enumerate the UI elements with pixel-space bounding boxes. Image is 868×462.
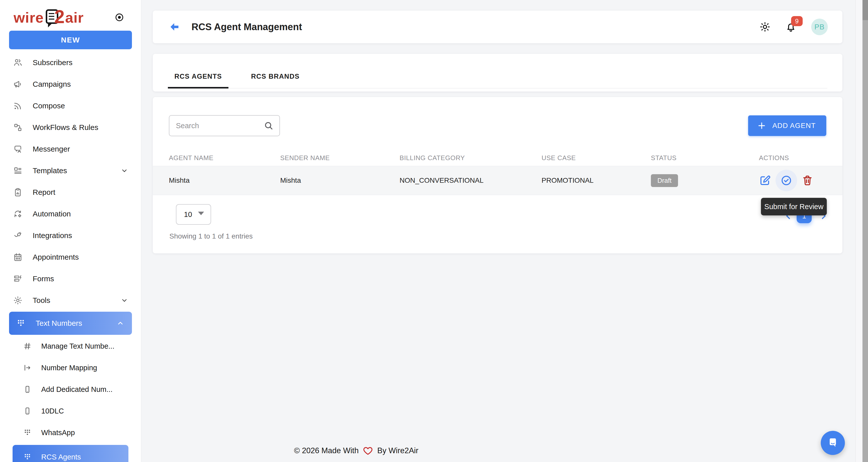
sidebar-item-label: Automation: [33, 210, 71, 218]
sidebar-item-forms[interactable]: Forms: [0, 268, 141, 289]
sidebar-subitem-label: 10DLC: [41, 407, 64, 415]
search-box: [169, 115, 280, 136]
clipboard-chart-icon: [13, 187, 23, 197]
footer-brand: By Wire2Air: [377, 446, 418, 455]
chat-person-icon: [13, 144, 23, 154]
sidebar-subitem-number-mapping[interactable]: Number Mapping: [0, 357, 141, 378]
cell-sender-name: Mishta: [280, 177, 400, 185]
add-agent-button[interactable]: ADD AGENT: [748, 115, 826, 136]
forms-icon: [13, 274, 23, 283]
people-icon: [13, 58, 23, 67]
logo-text-two: 2: [54, 6, 65, 27]
search-icon[interactable]: [264, 120, 274, 131]
chevron-down-icon: [120, 296, 128, 304]
add-agent-label: ADD AGENT: [772, 122, 816, 130]
chat-widget-button[interactable]: [821, 431, 845, 455]
notifications-bell-icon[interactable]: 9: [785, 21, 797, 33]
sidebar-item-messenger[interactable]: Messenger: [0, 138, 141, 160]
edit-agent-icon[interactable]: [759, 175, 771, 186]
plus-icon: [757, 121, 766, 130]
scrollbar-track[interactable]: [863, 0, 868, 462]
sidebar-item-label: WorkFlows & Rules: [33, 123, 98, 132]
theme-toggle-sun-icon[interactable]: [760, 21, 771, 32]
dialpad-icon: [23, 453, 32, 461]
chat-bubble-icon: [826, 436, 840, 450]
hash-icon: [23, 342, 32, 350]
logo-text-wire: wire: [13, 9, 44, 26]
page-header: RCS Agent Management 9 PB: [153, 10, 842, 43]
sidebar-item-label: Tools: [33, 296, 50, 305]
sidebar-subitem-manage-text-numbers[interactable]: Manage Text Numbe...: [0, 335, 141, 357]
sidebar-subitem-whatsapp[interactable]: WhatsApp: [0, 422, 141, 443]
sidebar-item-label: Templates: [33, 166, 67, 175]
scrollbar-thumb[interactable]: [863, 0, 868, 20]
sidebar-item-report[interactable]: Report: [0, 182, 141, 203]
phone-icon: [23, 407, 32, 415]
megaphone-icon: [13, 80, 23, 89]
sidebar-item-text-numbers[interactable]: Text Numbers: [9, 312, 132, 335]
column-header-use-case: USE CASE: [541, 154, 651, 162]
sidebar-subitem-10dlc[interactable]: 10DLC: [0, 400, 141, 422]
page-size-value: 10: [184, 210, 192, 219]
submit-for-review-icon[interactable]: [776, 170, 797, 191]
rss-icon: [13, 101, 23, 111]
submit-for-review-tooltip: Submit for Review: [761, 198, 827, 215]
notification-count-badge: 9: [791, 16, 803, 26]
heart-icon: [363, 445, 373, 456]
sidebar-collapse-toggle-icon[interactable]: [114, 12, 124, 22]
sidebar-subitem-add-dedicated-number[interactable]: Add Dedicated Num...: [0, 378, 141, 400]
sidebar-item-integrations[interactable]: Integrations: [0, 225, 141, 246]
sidebar-item-automation[interactable]: Automation: [0, 203, 141, 225]
sidebar-item-workflows-rules[interactable]: WorkFlows & Rules: [0, 117, 141, 138]
new-button[interactable]: NEW: [9, 31, 132, 49]
cell-use-case: PROMOTIONAL: [541, 177, 651, 185]
sidebar-subitem-label: Manage Text Numbe...: [41, 342, 114, 350]
scrollbar-gutter: [856, 0, 863, 462]
tab-rcs-brands[interactable]: RCS BRANDS: [245, 73, 306, 88]
footer-copyright: © 2026 Made With: [294, 446, 359, 455]
dialpad-icon: [16, 318, 26, 328]
table-row: Mishta Mishta NON_CONVERSATIONAL PROMOTI…: [153, 166, 842, 195]
page-title: RCS Agent Management: [191, 22, 302, 32]
logo-text-air: air: [65, 9, 84, 26]
phone-icon: [23, 385, 32, 394]
arrow-mapping-icon: [23, 364, 32, 372]
gear-icon: [13, 296, 23, 305]
search-input[interactable]: [176, 122, 264, 130]
cell-billing-category: NON_CONVERSATIONAL: [400, 177, 541, 185]
back-arrow-icon[interactable]: [168, 21, 180, 33]
delete-agent-icon[interactable]: [802, 175, 813, 186]
sidebar-nav: Subscribers Campaigns Compose WorkFlows …: [0, 52, 141, 462]
sidebar-subitem-label: Add Dedicated Num...: [41, 385, 113, 394]
agents-panel: ADD AGENT AGENT NAME SENDER NAME BILLING…: [153, 97, 842, 253]
sidebar-item-label: Campaigns: [33, 80, 71, 89]
sidebar-item-tools[interactable]: Tools: [0, 289, 141, 311]
sidebar-item-appointments[interactable]: Appointments: [0, 246, 141, 268]
main-content: RCS Agent Management 9 PB RCS AGENTS RCS…: [141, 0, 868, 462]
column-header-actions: ACTIONS: [759, 154, 826, 162]
sidebar-item-label: Messenger: [33, 145, 70, 153]
chevron-down-icon: [120, 167, 128, 175]
entries-summary: Showing 1 to 1 of 1 entries: [169, 232, 253, 240]
user-avatar[interactable]: PB: [811, 19, 828, 35]
sidebar-item-compose[interactable]: Compose: [0, 95, 141, 117]
sidebar-item-subscribers[interactable]: Subscribers: [0, 52, 141, 73]
column-header-billing-category: BILLING CATEGORY: [400, 154, 541, 162]
sidebar-item-label: Appointments: [33, 253, 79, 261]
cell-agent-name: Mishta: [169, 177, 280, 185]
sidebar-item-templates[interactable]: Templates: [0, 160, 141, 182]
template-icon: [13, 166, 23, 176]
table-header-row: AGENT NAME SENDER NAME BILLING CATEGORY …: [169, 150, 826, 166]
sidebar-subitem-rcs-agents[interactable]: RCS Agents: [12, 445, 128, 462]
sidebar-subitem-label: RCS Agents: [41, 453, 81, 461]
tab-rcs-agents[interactable]: RCS AGENTS: [168, 73, 228, 88]
page-size-select[interactable]: 10: [176, 204, 211, 225]
sidebar-item-label: Compose: [33, 101, 65, 110]
tabs-panel: RCS AGENTS RCS BRANDS: [153, 54, 842, 92]
sidebar-item-campaigns[interactable]: Campaigns: [0, 73, 141, 95]
column-header-sender-name: SENDER NAME: [280, 154, 400, 162]
tab-bar: RCS AGENTS RCS BRANDS: [168, 54, 827, 89]
workflow-icon: [13, 123, 23, 132]
wire2air-logo: wire 2 air: [13, 7, 84, 27]
sidebar-subitem-label: Number Mapping: [41, 364, 97, 372]
